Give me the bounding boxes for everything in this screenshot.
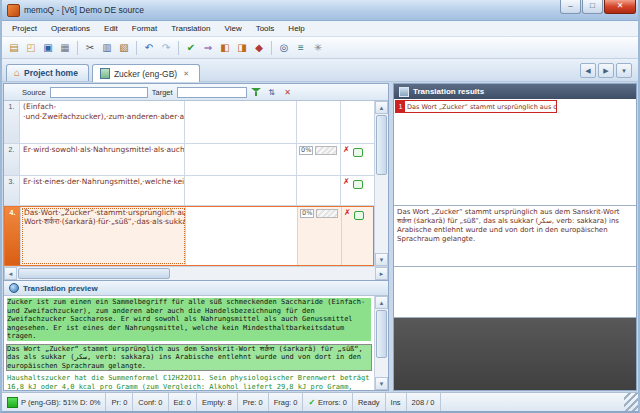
tab-nav-forward-icon[interactable]: ▶ (598, 63, 614, 78)
preview-paragraph-3[interactable]: Haushaltszucker hat die Summenformel C12… (7, 374, 371, 390)
editor-column: Source Target ⇅ ✕ 1. (Einfach-·und·Zweif… (3, 83, 389, 391)
scroll-left-icon[interactable]: ◄ (4, 267, 17, 280)
tab-document-zucker[interactable]: Zucker (eng-GB) ✕ (92, 64, 200, 82)
source-filter-input[interactable] (50, 87, 148, 98)
scroll-down-icon[interactable]: ▼ (375, 253, 388, 266)
target-filter-input[interactable] (177, 87, 247, 98)
pretranslated-count: Pre: 0 (238, 393, 269, 411)
menu-help[interactable]: Help (281, 23, 311, 34)
toolbar-separator (271, 41, 272, 55)
tab-nav-list-icon[interactable]: ▾ (616, 63, 632, 78)
insert-tag-icon[interactable]: ◆ (251, 40, 267, 56)
confirmed-count: Conf: 0 (133, 393, 168, 411)
menu-tools[interactable]: Tools (249, 23, 282, 34)
scroll-right-icon[interactable]: ► (375, 267, 388, 280)
find-icon[interactable]: ◎ (276, 40, 292, 56)
save-icon[interactable]: ▣ (40, 40, 56, 56)
copy-source-to-target-icon[interactable]: ⇒ (200, 40, 216, 56)
scrollbar-thumb[interactable] (18, 268, 170, 279)
results-list: 1 Das Wort „Zucker“ stammt ursprünglich … (394, 99, 636, 206)
comment-icon[interactable] (354, 211, 364, 220)
match-metadata-area (394, 318, 636, 390)
segment-row-3[interactable]: 3. Er·ist·eines·der·Nahrungsmittel,·welc… (4, 176, 374, 206)
target-cell[interactable] (185, 144, 297, 175)
grid-horizontal-scrollbar[interactable]: ◄ ► (4, 266, 388, 280)
undo-icon[interactable]: ↶ (141, 40, 157, 56)
join-segments-icon[interactable]: ◨ (234, 40, 250, 56)
preview-paragraph-1[interactable]: Zucker ist zum einen ein Sammelbegriff f… (7, 298, 371, 341)
redo-icon[interactable]: ↷ (158, 40, 174, 56)
scroll-up-icon[interactable]: ▲ (375, 296, 388, 309)
target-cell[interactable] (186, 207, 298, 265)
scrollbar-thumb[interactable] (376, 310, 387, 358)
comment-icon[interactable] (353, 148, 363, 157)
cut-icon[interactable]: ✂ (82, 40, 98, 56)
source-cell[interactable]: (Einfach-·und·Zweifachzucker),·zum·ander… (20, 101, 185, 143)
copy-icon[interactable]: ▥ (99, 40, 115, 56)
segment-status-cell (297, 101, 341, 143)
source-cell[interactable]: Das·Wort·„Zucker“·stammt·ursprünglich·au… (21, 207, 186, 265)
resize-grip[interactable] (624, 393, 638, 411)
target-cell[interactable] (185, 101, 297, 143)
new-document-icon[interactable]: ▤ (6, 40, 22, 56)
close-button[interactable]: ✕ (604, 0, 636, 14)
document-icon (100, 68, 110, 79)
tab-strip: ⌂ Project home Zucker (eng-GB) ✕ ◀ ▶ ▾ (2, 59, 638, 82)
sort-icon[interactable]: ⇅ (266, 88, 278, 97)
segment-row-1[interactable]: 1. (Einfach-·und·Zweifachzucker),·zum·an… (4, 101, 374, 144)
target-column-header: Target (152, 88, 173, 97)
options-icon[interactable]: ✳ (310, 40, 326, 56)
open-icon[interactable]: ◰ (23, 40, 39, 56)
title-bar[interactable]: memoQ - [V6] Demo DE source – □ ✕ (2, 0, 638, 21)
segment-row-4-selected[interactable]: 4. Das·Wort·„Zucker“·stammt·ursprünglich… (4, 206, 374, 266)
concordance-icon[interactable]: ≡ (293, 40, 309, 56)
segment-number: 3. (4, 176, 20, 205)
comment-icon[interactable] (353, 180, 363, 189)
confirm-segment-icon[interactable]: ✔ (183, 40, 199, 56)
segment-flags-cell: ✗ (341, 176, 374, 205)
source-cell[interactable]: Er·wird·sowohl·als·Nahrungsmittel·als·au… (20, 144, 185, 175)
fragment-count: Frag: 0 (269, 393, 304, 411)
tab-close-icon[interactable]: ✕ (183, 70, 189, 78)
split-segment-icon[interactable]: ◧ (217, 40, 233, 56)
preview-header: Translation preview (4, 281, 388, 296)
scroll-up-icon[interactable]: ▲ (375, 101, 388, 114)
segment-rows: 1. (Einfach-·und·Zweifachzucker),·zum·an… (4, 101, 374, 266)
menu-edit[interactable]: Edit (97, 23, 125, 34)
grid-vertical-scrollbar[interactable]: ▲ ▼ (374, 101, 388, 266)
segment-status-cell (297, 176, 341, 205)
source-column-header: Source (22, 88, 46, 97)
menu-view[interactable]: View (217, 23, 248, 34)
toolbar: ▤ ◰ ▣ ▦ ✂ ▥ ▧ ↶ ↷ ✔ ⇒ ◧ ◨ ◆ ◎ ≡ ✳ (2, 37, 638, 59)
menu-operations[interactable]: Operations (44, 23, 97, 34)
scrollbar-thumb[interactable] (376, 115, 387, 175)
menu-project[interactable]: Project (5, 23, 44, 34)
maximize-button[interactable]: □ (582, 0, 603, 14)
preview-vertical-scrollbar[interactable]: ▲ ▼ (374, 296, 388, 390)
print-icon[interactable]: ▦ (57, 40, 73, 56)
preview-body: Zucker ist zum einen ein Sammelbegriff f… (4, 296, 374, 390)
preview-title: Translation preview (23, 284, 98, 293)
clear-filter-icon[interactable]: ✕ (282, 88, 294, 97)
status-bar: P (eng-GB): 51% D: 0% Pr: 0 Conf: 0 Ed: … (2, 392, 638, 411)
tab-document-label: Zucker (eng-GB) (114, 69, 177, 79)
tab-nav-back-icon[interactable]: ◀ (580, 63, 596, 78)
minimize-button[interactable]: – (560, 0, 581, 14)
paste-icon[interactable]: ▧ (116, 40, 132, 56)
tab-project-home[interactable]: ⌂ Project home (6, 64, 89, 81)
target-cell[interactable] (185, 176, 297, 205)
menu-format[interactable]: Format (125, 23, 164, 34)
translation-grid: Source Target ⇅ ✕ 1. (Einfach-·und·Zweif… (3, 83, 389, 281)
preview-paragraph-2-current[interactable]: Das Wort „Zucker“ stammt ursprünglich au… (7, 345, 371, 371)
result-source-text: Das Wort „Zucker“ stammt ursprünglich au… (405, 103, 556, 111)
result-item-1[interactable]: 1 Das Wort „Zucker“ stammt ursprünglich … (395, 100, 557, 113)
segment-number: 4. (5, 207, 21, 265)
filter-icon[interactable] (251, 87, 262, 97)
scroll-down-icon[interactable]: ▼ (375, 377, 388, 390)
errors-count: Errors: 0 (318, 398, 347, 407)
source-cell[interactable]: Er·ist·eines·der·Nahrungsmittel,·welche·… (20, 176, 185, 205)
segment-row-2[interactable]: 2. Er·wird·sowohl·als·Nahrungsmittel·als… (4, 144, 374, 176)
errors-cell: ✓ Errors: 0 (303, 393, 352, 411)
tab-navigation: ◀ ▶ ▾ (580, 63, 632, 78)
menu-translation[interactable]: Translation (164, 23, 217, 34)
